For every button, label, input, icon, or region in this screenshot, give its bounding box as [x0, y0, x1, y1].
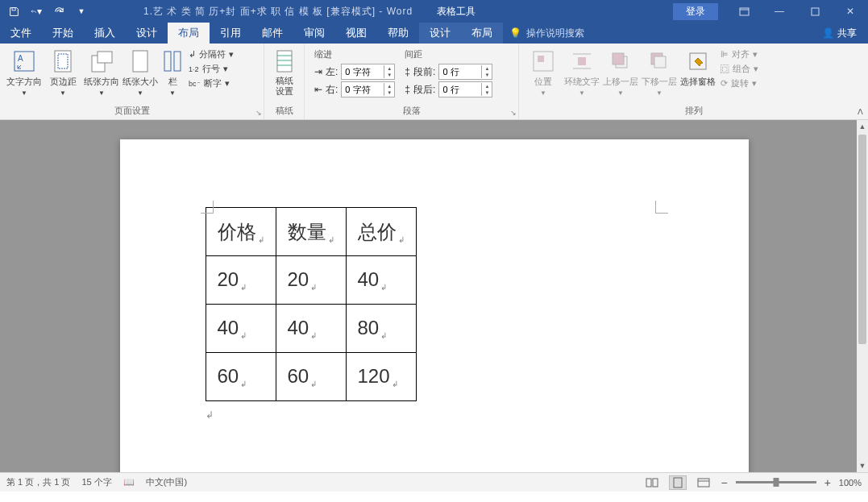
zoom-level[interactable]: 100% [839, 478, 862, 487]
text-direction-button[interactable]: A 文字方向▼ [5, 47, 44, 98]
wrap-icon [569, 48, 595, 74]
redo-icon[interactable] [53, 6, 64, 17]
size-button[interactable]: 纸张大小▼ [121, 47, 160, 98]
page-indicator[interactable]: 第 1 页，共 1 页 [6, 476, 70, 488]
spacing-after-icon: ‡ [405, 84, 410, 95]
scroll-up-icon[interactable]: ▲ [857, 120, 868, 133]
close-icon[interactable]: ✕ [833, 0, 868, 23]
group-button[interactable]: ⿴组合 ▾ [721, 63, 758, 75]
web-layout-icon[interactable] [695, 475, 712, 490]
orientation-label: 纸张方向 [84, 76, 119, 88]
tell-me-label: 操作说明搜索 [526, 27, 584, 40]
spacing-before-input[interactable]: ▲▼ [438, 64, 492, 80]
spacing-before-icon: ‡ [405, 66, 410, 77]
document-table[interactable]: 价格↲ 数量↲ 总价↲ 20↲ 20↲ 40↲ 40↲ 40↲ 80↲ 60↲ … [206, 207, 417, 401]
paragraph-mark: ↲ [206, 409, 663, 421]
table-row: 40↲ 40↲ 80↲ [206, 305, 416, 353]
read-mode-icon[interactable] [643, 475, 661, 490]
scroll-thumb[interactable] [858, 135, 866, 344]
tab-table-design[interactable]: 设计 [419, 23, 461, 44]
line-numbers-button[interactable]: 1·2行号 ▾ [189, 63, 234, 75]
align-icon: ⊫ [721, 49, 729, 60]
share-icon: 👤 [822, 27, 834, 39]
share-label: 共享 [837, 27, 857, 40]
collapse-ribbon-icon[interactable]: ᐱ [858, 107, 863, 116]
tab-table-layout[interactable]: 布局 [461, 23, 503, 44]
forward-label: 上移一层 [603, 76, 638, 88]
selection-pane-button[interactable]: 选择窗格 [679, 47, 717, 89]
hyphenation-button[interactable]: bc⁻断字 ▾ [189, 77, 234, 89]
breaks-icon: ↲ [189, 49, 196, 60]
group-label-arrange: 排列 [685, 106, 703, 115]
document-page[interactable]: 价格↲ 数量↲ 总价↲ 20↲ 20↲ 40↲ 40↲ 40↲ 80↲ 60↲ … [120, 139, 749, 472]
zoom-out-button[interactable]: − [721, 476, 727, 489]
forward-button[interactable]: 上移一层▼ [601, 47, 640, 98]
manuscript-button[interactable]: 稿纸 设置 [269, 47, 299, 98]
selection-pane-label: 选择窗格 [680, 76, 716, 88]
svg-rect-3 [812, 8, 819, 15]
columns-label: 栏 [168, 76, 177, 88]
tab-layout[interactable]: 布局 [168, 23, 210, 44]
group-page-setup: A 文字方向▼ 页边距▼ 纸张方向▼ 纸张大小▼ 栏▼ ↲分隔符 ▾ 1·2 [0, 44, 264, 119]
indent-right-input[interactable]: ▲▼ [341, 81, 395, 97]
tab-references[interactable]: 引用 [210, 23, 251, 44]
word-count[interactable]: 15 个字 [81, 476, 111, 488]
svg-rect-29 [674, 478, 682, 487]
wrap-button[interactable]: 环绕文字▼ [563, 47, 601, 98]
spellcheck-icon[interactable]: 📖 [123, 477, 135, 487]
tab-file[interactable]: 文件 [0, 23, 42, 44]
svg-rect-28 [653, 479, 658, 487]
svg-rect-25 [654, 56, 666, 68]
tab-review[interactable]: 审阅 [293, 23, 335, 44]
paragraph-launcher-icon[interactable]: ↘ [510, 109, 517, 117]
svg-rect-1 [740, 8, 749, 15]
text-direction-label: 文字方向 [6, 76, 42, 88]
qat-customize-icon[interactable]: ▼ [76, 6, 87, 17]
save-icon[interactable] [8, 6, 19, 17]
margins-button[interactable]: 页边距▼ [44, 47, 82, 98]
zoom-slider[interactable] [736, 481, 816, 483]
ribbon-display-icon[interactable] [726, 0, 762, 23]
zoom-in-button[interactable]: + [824, 476, 831, 489]
minimize-icon[interactable]: — [762, 0, 797, 23]
maximize-icon[interactable] [797, 0, 833, 23]
columns-button[interactable]: 栏▼ [160, 47, 185, 98]
svg-rect-18 [538, 56, 544, 62]
backward-button[interactable]: 下移一层▼ [640, 47, 679, 98]
hyphenation-icon: bc⁻ [189, 80, 201, 88]
tab-home[interactable]: 开始 [42, 23, 84, 44]
vertical-scrollbar[interactable]: ▲ ▼ [857, 120, 868, 472]
breaks-button[interactable]: ↲分隔符 ▾ [189, 48, 234, 60]
svg-text:A: A [18, 54, 23, 63]
login-button[interactable]: 登录 [673, 3, 718, 20]
scroll-down-icon[interactable]: ▼ [857, 459, 868, 472]
tab-insert[interactable]: 插入 [84, 23, 126, 44]
forward-icon [608, 48, 633, 74]
tab-help[interactable]: 帮助 [377, 23, 419, 44]
undo-icon[interactable]: ▾ [31, 6, 42, 17]
spacing-after-input[interactable]: ▲▼ [438, 81, 492, 97]
orientation-button[interactable]: 纸张方向▼ [82, 47, 121, 98]
page-setup-launcher-icon[interactable]: ↘ [255, 109, 262, 117]
align-label: 对齐 [732, 48, 750, 60]
indent-left-input[interactable]: ▲▼ [341, 64, 395, 80]
tab-mail[interactable]: 邮件 [251, 23, 293, 44]
size-label: 纸张大小 [123, 76, 158, 88]
tab-view[interactable]: 视图 [335, 23, 377, 44]
print-layout-icon[interactable] [669, 475, 687, 490]
svg-rect-12 [174, 52, 181, 71]
title-bar: ▾ ▼ 1.艺 术 类 简 历+封 面+求 职 信 模 板 [兼容模式] - W… [0, 0, 868, 23]
indent-header: 缩进 [314, 48, 395, 60]
align-button[interactable]: ⊫对齐 ▾ [721, 48, 758, 60]
tell-me-search[interactable]: 💡操作说明搜索 [509, 23, 584, 44]
language-indicator[interactable]: 中文(中国) [146, 476, 187, 488]
svg-rect-11 [164, 52, 171, 71]
svg-rect-27 [646, 479, 651, 487]
group-manuscript: 稿纸 设置 稿纸 [264, 44, 305, 119]
position-button[interactable]: 位置▼ [524, 47, 563, 98]
rotate-button[interactable]: ⟳旋转 ▾ [721, 77, 758, 89]
share-button[interactable]: 👤共享 [811, 23, 868, 44]
tab-design[interactable]: 设计 [126, 23, 168, 44]
rotate-label: 旋转 [731, 77, 749, 89]
group-label-manuscript: 稿纸 [276, 106, 293, 115]
